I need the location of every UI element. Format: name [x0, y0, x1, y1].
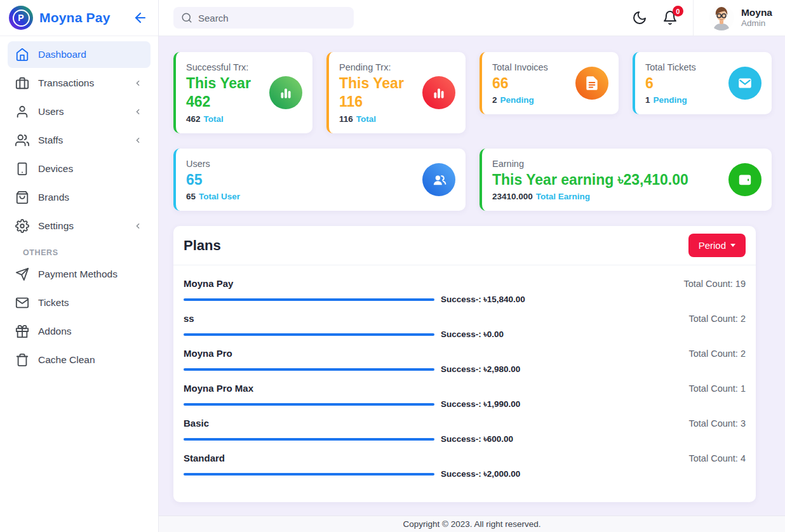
app-root: P Moyna Pay Dashboard Transactions Use [0, 0, 785, 532]
plan-row: Moyna PayTotal Count: 19 Success-: ৳15,8… [184, 278, 746, 305]
plan-name: Standard [184, 453, 225, 463]
stat-label: Users [186, 159, 455, 169]
period-dropdown-button[interactable]: Period [688, 234, 746, 257]
plan-name: Moyna Pro [184, 348, 232, 359]
plan-success-amount: Success-: ৳0.00 [441, 329, 504, 340]
notifications-button[interactable]: 0 [662, 10, 678, 25]
sidebar-header: P Moyna Pay [0, 0, 158, 36]
summary-card-earning: Earning This Year earning ৳23,410.00 234… [480, 149, 772, 211]
plan-total-count: Total Count: 19 [683, 279, 746, 289]
wallet-icon [728, 163, 762, 196]
user-menu[interactable]: Moyna Admin [709, 5, 772, 30]
stat-value: 66 [492, 74, 574, 93]
plan-success-amount: Success-: ৳600.00 [441, 434, 513, 444]
sidebar-item-label: Payment Methods [38, 269, 117, 280]
plan-row: StandardTotal Count: 4 Success-: ৳2,000.… [184, 453, 746, 479]
gift-icon [15, 324, 29, 338]
plan-success-amount: Success-: ৳15,840.00 [441, 295, 525, 305]
plan-total-count: Total Count: 3 [689, 418, 746, 429]
search-icon [181, 12, 192, 23]
plan-row: BasicTotal Count: 3 Success-: ৳600.00 [184, 418, 746, 444]
topbar: 0 [159, 0, 785, 36]
stat-sub-value: 65 [186, 192, 196, 201]
stat-sub-value: 23410.000 [492, 192, 533, 201]
sidebar-item-staffs[interactable]: Staffs [8, 127, 151, 154]
users-icon [422, 163, 455, 196]
stat-value: 65 [186, 171, 455, 189]
plan-name: Moyna Pro Max [184, 383, 253, 394]
brand-logo-letter: P [13, 10, 30, 27]
stat-card-total-invoices: Total Invoices 66 2Pending [480, 52, 619, 114]
plan-progress-bar [184, 298, 434, 301]
stat-card-successful-trx: Successful Trx: This Year 462 462Total [173, 52, 312, 133]
bar-chart-icon [269, 76, 302, 109]
plan-progress-bar [184, 403, 434, 406]
stat-sub-label: Total Earning [536, 192, 590, 201]
sidebar-item-label: Tickets [38, 297, 69, 309]
search-box[interactable] [173, 7, 354, 29]
plan-name: Basic [184, 418, 209, 429]
summary-row: Users 65 65Total User Earning This Year … [173, 149, 772, 211]
topbar-divider [693, 0, 694, 36]
send-icon [15, 267, 29, 281]
plan-row: ssTotal Count: 2 Success-: ৳0.00 [184, 313, 746, 340]
plan-name: Moyna Pay [184, 278, 233, 289]
stat-sub-label: Total User [199, 192, 240, 201]
stat-sub-value: 2 [492, 95, 497, 105]
sidebar-item-dashboard[interactable]: Dashboard [8, 41, 151, 68]
sidebar-item-users[interactable]: Users [8, 98, 151, 125]
plans-list: Moyna PayTotal Count: 19 Success-: ৳15,8… [173, 265, 756, 479]
stat-sub-label: Total [204, 114, 224, 124]
sidebar-item-tickets[interactable]: Tickets [8, 289, 151, 316]
stat-value: This Year 462 [186, 74, 267, 112]
sidebar-item-brands[interactable]: Brands [8, 184, 151, 211]
stat-sub-label: Pending [500, 95, 534, 105]
sidebar-item-label: Staffs [38, 135, 63, 146]
copyright-text: Copyright © 2023. All right reserved. [403, 519, 540, 529]
plans-panel: Plans Period Moyna PayTotal Count: 19 Su… [173, 226, 756, 502]
shopping-bag-icon [15, 190, 29, 204]
plan-total-count: Total Count: 1 [689, 383, 746, 394]
plan-total-count: Total Count: 2 [689, 314, 746, 324]
plan-success-amount: Success-: ৳1,990.00 [441, 399, 520, 409]
dark-mode-toggle[interactable] [632, 10, 647, 25]
sidebar-collapse-button[interactable] [133, 10, 148, 25]
sidebar-item-devices[interactable]: Devices [8, 156, 151, 182]
chevron-left-icon [133, 107, 143, 117]
stat-card-pending-trx: Pending Trx: This Year 116 116Total [326, 52, 466, 133]
stat-label: Pending Trx: [339, 62, 455, 72]
sidebar-item-payment-methods[interactable]: Payment Methods [8, 261, 151, 288]
plan-progress-bar [184, 333, 434, 336]
plans-header: Plans Period [173, 226, 756, 265]
briefcase-icon [15, 76, 29, 90]
plan-success-amount: Success-: ৳2,980.00 [441, 364, 520, 375]
sidebar-item-label: Devices [38, 163, 73, 175]
sidebar-item-transactions[interactable]: Transactions [8, 70, 151, 96]
notification-badge: 0 [673, 6, 683, 17]
sidebar-item-addons[interactable]: Addons [8, 318, 151, 345]
plan-name: ss [184, 313, 194, 324]
topbar-right: 0 [632, 0, 772, 36]
user-icon [15, 105, 29, 119]
sidebar-item-label: Dashboard [38, 49, 86, 60]
arrow-left-icon [133, 10, 148, 25]
plan-progress-bar [184, 368, 434, 371]
sidebar-item-label: Addons [38, 326, 72, 337]
plan-row: Moyna ProTotal Count: 2 Success-: ৳2,980… [184, 348, 746, 375]
sidebar-item-label: Settings [38, 220, 74, 232]
stat-sub-label: Total [356, 114, 376, 124]
plans-title: Plans [184, 237, 221, 254]
sidebar-item-cache-clean[interactable]: Cache Clean [8, 347, 151, 373]
user-name: Moyna [741, 6, 772, 18]
stat-card-total-tickets: Total Tickets 6 1Pending [633, 52, 772, 114]
plan-row: Moyna Pro MaxTotal Count: 1 Success-: ৳1… [184, 383, 746, 409]
user-role: Admin [741, 18, 772, 29]
main-area: 0 [159, 0, 785, 532]
sidebar-item-settings[interactable]: Settings [8, 213, 151, 239]
chevron-left-icon [133, 135, 143, 145]
search-input[interactable] [198, 13, 346, 23]
sidebar-item-label: Brands [38, 192, 69, 203]
mail-icon [15, 296, 29, 310]
stat-sub-value: 116 [339, 114, 353, 124]
sidebar-item-label: Transactions [38, 77, 94, 89]
